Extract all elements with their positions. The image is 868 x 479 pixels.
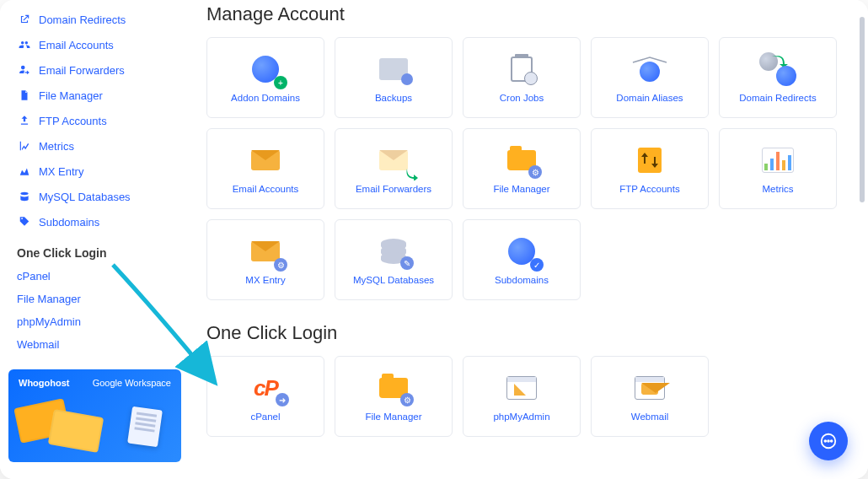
folder-gear-icon: ⚙ [503,143,540,177]
promo-brand-1: Whogohost [19,378,69,388]
tag-icon [17,214,32,229]
tile-domain-aliases[interactable]: Domain Aliases [591,37,709,118]
tile-email-accounts[interactable]: Email Accounts [206,128,324,209]
scrollbar[interactable] [860,17,865,202]
tile-subdomains[interactable]: ✓ Subdomains [463,219,581,300]
globe-plus-icon: + [247,52,284,86]
tile-webmail[interactable]: Webmail [591,356,709,437]
users-icon [17,37,32,52]
globe-redirect-icon [759,52,796,86]
webmail-icon [631,371,668,405]
sidebar-item-metrics[interactable]: Metrics [8,133,181,159]
sidebar-item-label: Subdomains [39,216,99,229]
chat-icon [819,432,838,450]
svg-point-1 [824,440,826,442]
sidebar: Domain Redirects Email Accounts Email Fo… [0,0,190,479]
sidebar-one-click-heading: One Click Login [0,234,190,265]
tile-label: MySQL Databases [348,275,439,285]
sidebar-item-label: Metrics [39,140,74,153]
ftp-updown-icon [631,143,668,177]
svg-point-2 [828,440,829,442]
login-grid: cP➜ cPanel ⚙ File Manager phpMyAdmin Web… [206,356,851,437]
sidebar-item-label: Email Accounts [39,39,114,51]
sidebar-quick-file-manager[interactable]: File Manager [8,288,181,310]
redirect-icon [17,12,32,27]
tile-label: Subdomains [490,275,554,285]
bar-chart-icon [759,143,796,177]
envelope-forward-icon [375,143,412,177]
sidebar-quick-label: phpMyAdmin [17,315,81,328]
tile-domain-redirects[interactable]: Domain Redirects [719,37,837,118]
sidebar-item-email-accounts[interactable]: Email Accounts [8,32,181,57]
database-icon [17,189,32,204]
tile-label: Email Forwarders [351,184,437,194]
sidebar-item-label: MySQL Databases [39,191,131,203]
tile-label: Metrics [757,184,798,194]
tile-cron-jobs[interactable]: Cron Jobs [463,37,581,118]
sidebar-one-click-list: cPanel File Manager phpMyAdmin Webmail [0,265,190,356]
tile-file-manager[interactable]: ⚙ File Manager [463,128,581,209]
tile-label: cPanel [245,412,285,422]
phpmyadmin-icon [503,371,540,405]
app-root: Domain Redirects Email Accounts Email Fo… [0,0,868,479]
tile-email-forwarders[interactable]: Email Forwarders [335,128,453,209]
tile-backups[interactable]: Backups [335,37,453,118]
sidebar-quick-label: Webmail [17,338,59,351]
section-title-login: One Click Login [206,322,851,344]
tile-label: Domain Redirects [734,93,821,103]
sidebar-item-label: Domain Redirects [39,13,126,26]
sidebar-quick-cpanel[interactable]: cPanel [8,265,181,288]
manage-grid: + Addon Domains Backups Cron Jobs Domain… [206,37,851,300]
sidebar-manage-list: Domain Redirects Email Accounts Email Fo… [0,7,190,234]
tile-label: MX Entry [240,275,290,285]
sidebar-item-mysql-databases[interactable]: MySQL Databases [8,184,181,209]
folder-gear-icon: ⚙ [375,371,412,405]
sidebar-quick-webmail[interactable]: Webmail [8,333,181,356]
globe-check-icon: ✓ [503,234,540,268]
tile-label: Webmail [626,412,674,422]
tile-cpanel[interactable]: cP➜ cPanel [206,356,324,437]
sidebar-item-ftp-accounts[interactable]: FTP Accounts [8,108,181,133]
promo-envelope-art [17,403,126,462]
forward-icon [17,62,32,78]
sidebar-item-email-forwarders[interactable]: Email Forwarders [8,57,181,83]
tile-mx-entry[interactable]: ⚙ MX Entry [206,219,324,300]
sidebar-quick-label: File Manager [17,293,81,305]
chart-icon [17,138,32,153]
tile-ftp-accounts[interactable]: FTP Accounts [591,128,709,209]
tile-addon-domains[interactable]: + Addon Domains [206,37,324,118]
sidebar-quick-phpmyadmin[interactable]: phpMyAdmin [8,310,181,333]
promo-banner[interactable]: Whogohost Google Workspace [8,369,181,462]
upload-icon [17,113,32,128]
calendar-clock-icon [503,52,540,86]
tile-label: File Manager [360,412,426,422]
sidebar-item-file-manager[interactable]: File Manager [8,83,181,108]
sidebar-item-label: File Manager [39,89,103,102]
promo-brand-2: Google Workspace [93,378,171,388]
sidebar-quick-label: cPanel [17,270,51,283]
tile-metrics[interactable]: Metrics [719,128,837,209]
svg-point-3 [831,440,833,442]
sidebar-item-domain-redirects[interactable]: Domain Redirects [8,7,181,32]
sidebar-item-mx-entry[interactable]: MX Entry [8,159,181,184]
cpanel-icon: cP➜ [247,371,284,405]
tile-label: phpMyAdmin [488,412,555,422]
tile-mysql-databases[interactable]: ✎ MySQL Databases [335,219,453,300]
sidebar-item-label: FTP Accounts [39,115,107,127]
main-content: Manage Account + Addon Domains Backups C… [190,0,868,479]
tile-label: FTP Accounts [614,184,684,194]
tile-label: Cron Jobs [495,93,549,103]
roof-globe-icon [631,52,668,86]
server-refresh-icon [375,52,412,86]
mx-icon [17,164,32,179]
envelope-gear-icon: ⚙ [247,234,284,268]
sidebar-item-label: MX Entry [39,165,83,178]
tile-phpmyadmin[interactable]: phpMyAdmin [463,356,581,437]
sidebar-item-subdomains[interactable]: Subdomains [8,209,181,234]
file-icon [17,88,32,103]
tile-label: Email Accounts [228,184,304,194]
chat-fab[interactable] [809,422,848,460]
envelope-icon [247,143,284,177]
tile-label: Backups [370,93,417,103]
tile-login-file-manager[interactable]: ⚙ File Manager [335,356,453,437]
